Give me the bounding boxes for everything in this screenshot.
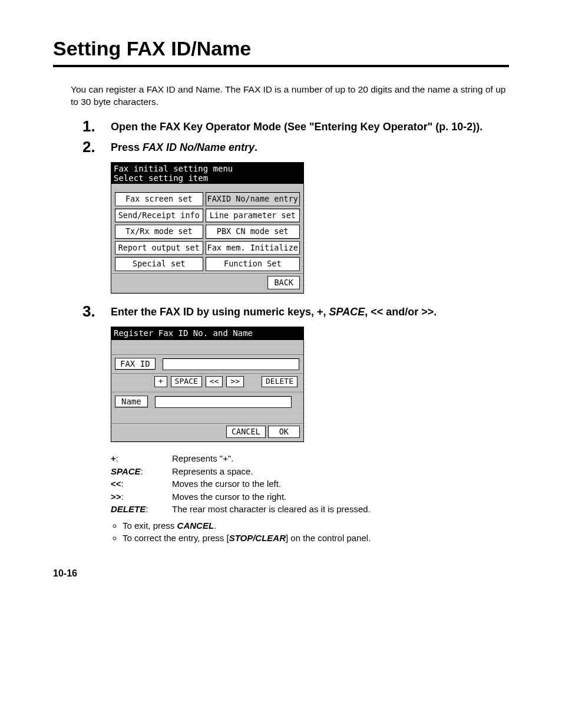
faxid-label-button[interactable]: FAX ID [115, 358, 156, 370]
def-term: SPACE: [111, 466, 172, 477]
step-text: Open the FAX Key Operator Mode (See "Ent… [111, 119, 509, 134]
screen-fax-initial-menu: Fax initial setting menu Select setting … [111, 162, 304, 294]
faxid-input[interactable] [163, 358, 299, 370]
space-button[interactable]: SPACE [171, 376, 202, 387]
step-number: 2. [82, 137, 95, 157]
report-output-set-button[interactable]: Report output set [115, 241, 203, 255]
screen-header: Register Fax ID No. and Name [111, 327, 303, 340]
def-row: SPACE: Represents a space. [111, 466, 509, 477]
step-text: Press FAX ID No/Name entry. [111, 140, 509, 154]
step-text-italic: FAX ID No/Name entry [143, 141, 254, 153]
screen-footer: CANCEL OK [111, 423, 303, 442]
step-text-italic: SPACE [329, 306, 365, 318]
step-text-prefix: Press [111, 141, 143, 153]
def-desc: Moves the cursor to the left. [172, 478, 281, 490]
step-text-suffix: . [254, 141, 257, 153]
screen-hatch [111, 184, 303, 190]
back-button[interactable]: BACK [267, 276, 300, 290]
name-row: Name [111, 392, 303, 411]
def-term: +: [111, 453, 172, 465]
def-desc: Moves the cursor to the right. [172, 491, 286, 503]
def-term: DELETE: [111, 503, 172, 515]
step-text-prefix: Enter the FAX ID by using numeric keys, … [111, 306, 329, 318]
def-row: +: Represents "+". [111, 453, 509, 465]
fax-mem-initialize-button[interactable]: Fax mem. Initialize [206, 241, 300, 255]
cursor-right-button[interactable]: >> [226, 376, 244, 387]
step-number: 3. [82, 302, 95, 322]
def-desc: Represents a space. [172, 466, 253, 477]
name-label-button[interactable]: Name [115, 396, 148, 407]
page-title: Setting FAX ID/Name [53, 35, 509, 61]
name-input[interactable] [155, 396, 292, 408]
spacer [247, 376, 258, 387]
notes-list: To exit, press CANCEL. To correct the en… [111, 520, 509, 544]
title-rule [53, 65, 509, 67]
step-1: 1. Open the FAX Key Operator Mode (See "… [82, 119, 509, 134]
step-text: Enter the FAX ID by using numeric keys, … [111, 304, 509, 319]
key-definitions: +: Represents "+". SPACE: Represents a s… [111, 453, 509, 515]
line-parameter-set-button[interactable]: Line parameter set [206, 209, 300, 223]
list-item: To correct the entry, press [STOP/CLEAR]… [123, 532, 509, 544]
intro-paragraph: You can register a FAX ID and Name. The … [71, 84, 509, 108]
screen-footer: BACK [111, 274, 303, 294]
def-desc: Represents "+". [172, 453, 233, 465]
faxid-row: FAX ID [111, 354, 303, 374]
screen-register-fax-id: Register Fax ID No. and Name FAX ID + SP… [111, 327, 304, 443]
step-3: 3. Enter the FAX ID by using numeric key… [82, 304, 509, 543]
def-row: >>: Moves the cursor to the right. [111, 491, 509, 503]
list-item: To exit, press CANCEL. [123, 520, 509, 532]
special-set-button[interactable]: Special set [115, 257, 203, 271]
send-receipt-info-button[interactable]: Send/Receipt info [115, 209, 203, 223]
plus-button[interactable]: + [154, 376, 167, 387]
faxid-no-name-entry-button[interactable]: FAXID No/name entry [206, 192, 300, 206]
def-term: <<: [111, 478, 172, 490]
cursor-left-button[interactable]: << [206, 376, 223, 387]
step-2: 2. Press FAX ID No/Name entry. Fax initi… [82, 140, 509, 294]
screen-hatch [111, 411, 303, 423]
step-text-suffix: , << and/or >>. [365, 306, 437, 318]
def-term: >>: [111, 491, 172, 503]
delete-button[interactable]: DELETE [262, 376, 297, 387]
edit-button-row: + SPACE << >> DELETE [111, 374, 303, 392]
def-desc: The rear most character is cleared as it… [172, 503, 371, 515]
screen-hatch [111, 340, 303, 354]
tx-rx-mode-set-button[interactable]: Tx/Rx mode set [115, 225, 203, 239]
screen-header: Fax initial setting menu Select setting … [111, 163, 303, 184]
step-number: 1. [82, 117, 95, 137]
cancel-button[interactable]: CANCEL [226, 426, 266, 439]
page-number: 10-16 [53, 568, 509, 580]
screen-button-grid: Fax screen set FAXID No/name entry Send/… [111, 190, 303, 274]
ok-button[interactable]: OK [268, 426, 300, 439]
pbx-cn-mode-set-button[interactable]: PBX CN mode set [206, 225, 300, 239]
def-row: DELETE: The rear most character is clear… [111, 503, 509, 515]
def-row: <<: Moves the cursor to the left. [111, 478, 509, 490]
function-set-button[interactable]: Function Set [206, 257, 300, 271]
fax-screen-set-button[interactable]: Fax screen set [115, 192, 203, 206]
